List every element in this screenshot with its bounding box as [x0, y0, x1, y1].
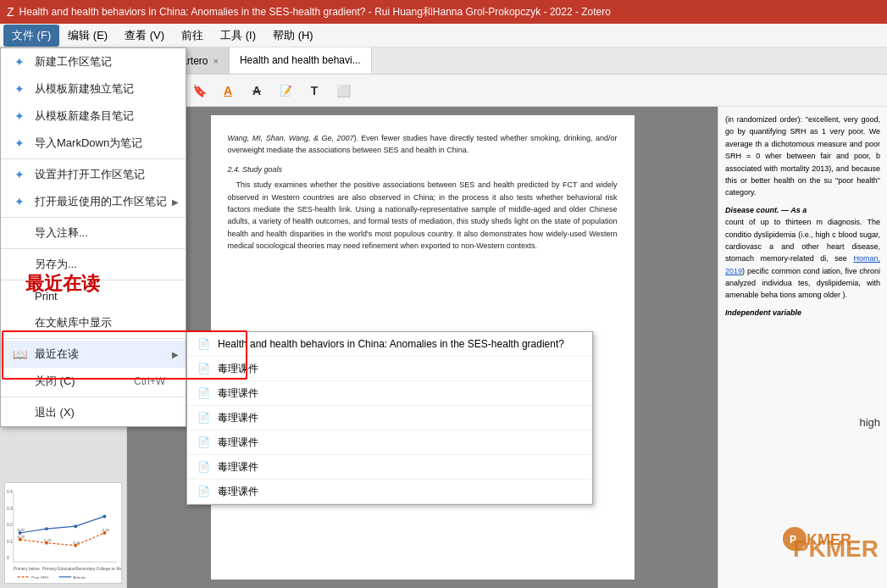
sep-6: [1, 397, 186, 397]
svg-text:0.19: 0.19: [44, 538, 52, 542]
note-button[interactable]: 📝: [273, 79, 298, 103]
sep-2: [1, 217, 186, 218]
submenu-item-label-6: 毒理课件: [218, 485, 584, 499]
menu-recent-reading[interactable]: 📖 最近在读: [1, 341, 186, 368]
file-menu-dropdown: ✦ 新建工作区笔记 ✦ 从模板新建独立笔记 ✦ 从模板新建条目笔记 ✦ 导入Ma…: [0, 47, 186, 427]
new-item-icon: ✦: [11, 108, 28, 125]
svg-text:0.37: 0.37: [18, 528, 25, 532]
save-as-label: 另存为...: [35, 257, 77, 272]
title-bar: Z Health and health behaviors in China: …: [0, 0, 887, 24]
high-label: high: [859, 414, 880, 431]
new-workspace-note-icon: ✦: [11, 53, 28, 70]
submenu-item-label-3: 毒理课件: [218, 411, 584, 425]
highlight-button[interactable]: A: [215, 79, 241, 103]
recent-reading-icon: 📖: [11, 346, 28, 363]
svg-text:0.26: 0.26: [102, 528, 109, 532]
svg-text:0.1: 0.1: [7, 540, 13, 544]
svg-text:Primary below: Primary below: [14, 567, 40, 571]
submenu-item-tox-4[interactable]: 📄 毒理课件: [187, 430, 592, 455]
submenu-item-tox-1[interactable]: 📄 毒理课件: [187, 357, 592, 381]
svg-point-17: [45, 527, 48, 530]
svg-text:0.3: 0.3: [7, 507, 13, 511]
menu-tools[interactable]: 工具 (I): [212, 25, 264, 47]
menu-open-workspace-note[interactable]: ✦ 设置并打开工作区笔记: [1, 161, 186, 188]
close-icon: [11, 373, 28, 390]
open-workspace-label: 设置并打开工作区笔记: [35, 167, 145, 182]
recent-reading-submenu: 📄 Health and health behaviors in China: …: [186, 331, 593, 505]
svg-text:0: 0: [7, 556, 9, 560]
submenu-item-icon-1: 📄: [196, 361, 211, 376]
thumbnail-chart: Primary below Primary Education Secondar…: [5, 483, 121, 583]
submenu-item-label-1: 毒理课件: [218, 362, 584, 376]
menu-goto[interactable]: 前往: [173, 25, 212, 47]
bookmark-button[interactable]: 🔖: [186, 79, 212, 103]
menu-print[interactable]: Print: [1, 282, 186, 309]
window-title: Health and health behaviors in China: An…: [19, 5, 611, 19]
submenu-item-tox-2[interactable]: 📄 毒理课件: [187, 381, 592, 406]
menu-bar: 文件 (F) 编辑 (E) 查看 (V) 前往 工具 (I) 帮助 (H): [0, 24, 887, 47]
submenu-item-icon: 📄: [196, 336, 211, 352]
svg-text:Secondary: Secondary: [75, 567, 96, 571]
close-shortcut: Ctrl+W: [134, 375, 165, 387]
print-label: Print: [35, 290, 58, 302]
import-notes-label: 导入注释...: [35, 225, 88, 241]
new-workspace-note-label: 新建工作区笔记: [35, 54, 112, 69]
sep-4: [1, 280, 186, 280]
submenu-item-tox-3[interactable]: 📄 毒理课件: [187, 406, 592, 430]
more-button[interactable]: ⬜: [330, 79, 356, 103]
submenu-item-icon-3: 📄: [196, 410, 211, 425]
submenu-item-label: Health and health behaviors in China: An…: [218, 338, 584, 350]
menu-edit[interactable]: 编辑 (E): [59, 25, 116, 47]
menu-file[interactable]: 文件 (F): [3, 25, 59, 47]
submenu-item-tox-5[interactable]: 📄 毒理课件: [187, 455, 592, 480]
sep-1: [1, 158, 186, 159]
chart-thumbnail: Primary below Primary Education Secondar…: [4, 482, 122, 584]
strikethrough-button[interactable]: A: [244, 79, 269, 103]
svg-text:0.4: 0.4: [7, 490, 13, 494]
dropdown-overlay: ✦ 新建工作区笔记 ✦ 从模板新建独立笔记 ✦ 从模板新建条目笔记 ✦ 导入Ma…: [0, 47, 186, 427]
open-workspace-icon: ✦: [11, 166, 28, 183]
menu-import-notes[interactable]: 导入注释...: [1, 219, 186, 247]
svg-text:College or Above: College or Above: [97, 567, 121, 571]
print-icon: [11, 287, 28, 304]
right-panel: (in randomized order): "excellent, very …: [718, 107, 887, 588]
close-label: 关闭 (C): [35, 374, 75, 389]
new-standalone-icon: ✦: [11, 80, 28, 97]
sep-3: [1, 248, 186, 249]
menu-view[interactable]: 查看 (V): [116, 25, 173, 47]
sep-5: [1, 338, 186, 339]
new-standalone-label: 从模板新建独立笔记: [35, 81, 134, 97]
svg-point-18: [74, 524, 77, 528]
submenu-item-label-4: 毒理课件: [218, 435, 584, 450]
submenu-item-icon-2: 📄: [196, 386, 211, 401]
submenu-item-tox-6[interactable]: 📄 毒理课件: [187, 480, 592, 504]
import-md-icon: ✦: [11, 135, 28, 152]
menu-save-as[interactable]: 另存为...: [1, 251, 186, 278]
menu-import-markdown[interactable]: ✦ 导入MarkDown为笔记: [1, 130, 186, 157]
tab-health[interactable]: Health and health behavi...: [230, 47, 372, 74]
submenu-item-health[interactable]: 📄 Health and health behaviors in China: …: [187, 332, 592, 357]
tab-close-chartero[interactable]: ×: [213, 56, 218, 66]
import-notes-icon: [11, 225, 28, 241]
exit-label: 退出 (X): [35, 405, 75, 420]
pdf-right-text: (in randomized order): "excellent, very …: [725, 114, 880, 319]
menu-exit[interactable]: 退出 (X): [1, 399, 186, 426]
submenu-item-icon-6: 📄: [196, 484, 211, 499]
menu-help[interactable]: 帮助 (H): [264, 25, 322, 47]
svg-text:Primary Education: Primary Education: [42, 567, 76, 571]
menu-new-standalone-from-template[interactable]: ✦ 从模板新建独立笔记: [1, 75, 186, 103]
svg-text:Poor SRH: Poor SRH: [31, 575, 48, 580]
menu-recent-workspace[interactable]: ✦ 打开最近使用的工作区笔记: [1, 188, 186, 215]
text-button[interactable]: T: [302, 79, 327, 103]
menu-show-in-library[interactable]: 在文献库中显示: [1, 309, 186, 336]
library-label: 在文献库中显示: [35, 315, 112, 330]
menu-close[interactable]: 关闭 (C) Ctrl+W: [1, 368, 186, 395]
svg-text:Arthritis: Arthritis: [73, 575, 86, 580]
recent-workspace-label: 打开最近使用的工作区笔记: [35, 194, 167, 209]
menu-new-workspace-note[interactable]: ✦ 新建工作区笔记: [1, 48, 186, 75]
library-icon: [11, 314, 28, 331]
menu-new-item-from-template[interactable]: ✦ 从模板新建条目笔记: [1, 103, 186, 130]
svg-text:0.16: 0.16: [73, 541, 80, 545]
recent-reading-label: 最近在读: [35, 347, 79, 362]
svg-text:0.2: 0.2: [7, 523, 13, 527]
